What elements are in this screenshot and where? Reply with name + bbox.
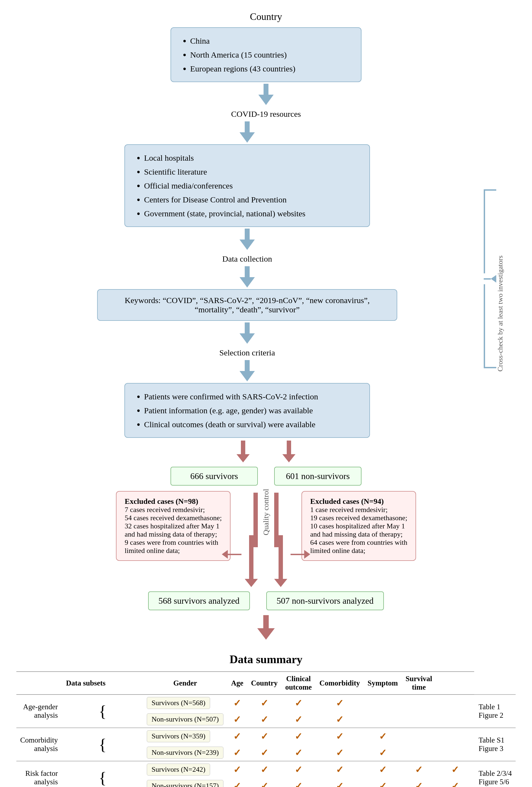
big-arrow-head [257, 628, 275, 640]
split-row-1: 666 survivors 601 non-survivors [16, 467, 516, 486]
th-comorbidity: Comorbidity [316, 672, 364, 695]
sel-2: Patient information (e.g. age, gender) w… [144, 403, 359, 417]
data-collection-label: Data collection [222, 254, 272, 263]
checkmark-icon: ✓ [295, 715, 302, 725]
checkmark-icon: ✓ [260, 698, 268, 708]
group-ref: Table 1Figure 2 [474, 695, 516, 728]
checkmark-icon: ✓ [260, 731, 268, 741]
arrow-head-6 [239, 371, 255, 381]
cell-clinical_outcome: ✓ [316, 695, 364, 711]
th-survival-time: Survival time [402, 672, 436, 695]
excluded-right-line-4: and had missing data of therapy; [310, 530, 407, 538]
group-label: Comorbidityanalysis [16, 728, 62, 761]
th-empty-left [16, 672, 62, 695]
checkmark-icon: ✓ [233, 715, 241, 725]
checkmark-icon: ✓ [336, 715, 343, 725]
th-country: Country [247, 672, 281, 695]
arrow-head-3 [239, 239, 255, 250]
excluded-right-box: Excluded cases (N=94) 1 case received re… [301, 491, 416, 561]
group-label: Age-genderanalysis [16, 695, 62, 728]
cell-comorbidity [364, 695, 402, 711]
bracket-bottom-h [484, 367, 496, 368]
subset-box: Survivors (N=242) [147, 764, 210, 775]
th-empty-right [436, 672, 474, 695]
excluded-left-line-4: and had missing data of therapy; [125, 530, 222, 538]
excluded-left-container: Excluded cases (N=98) 7 cases received r… [83, 491, 231, 559]
pink-head-qc-l2 [245, 579, 258, 587]
pink-head-l1 [236, 454, 250, 462]
checkmark-icon: ✓ [295, 765, 302, 775]
pink-arrow-qc-left-2 [245, 535, 258, 587]
cell-symptom [402, 744, 436, 761]
country-item-1: China [190, 34, 350, 48]
checkmark-icon: ✓ [233, 748, 241, 758]
subset-cell: Survivors (N=242) [143, 761, 227, 778]
excluded-right-title: Excluded cases (N=94) [310, 497, 407, 506]
excluded-left-line-2: 54 cases received dexamethasone; [125, 514, 222, 522]
checkmark-icon: ✓ [260, 781, 268, 787]
checkmark-icon: ✓ [233, 731, 241, 741]
cell-country: ✓ [281, 744, 315, 761]
cell-age: ✓ [247, 695, 281, 711]
excluded-left-line-1: 7 cases received remdesivir; [125, 506, 222, 514]
covid-resources-label: COVID-19 resources [231, 109, 301, 119]
subset-cell: Non-survivors (N=507) [143, 711, 227, 728]
cross-check-bracket: Cross-check by at least two investigator… [479, 186, 512, 371]
nonsurvivors-507-box: 507 non-survivors analyzed [266, 591, 384, 610]
arrow-stem-4 [245, 266, 250, 277]
pink-arrows-1 [236, 441, 296, 462]
nonsurvivors-601-box: 601 non-survivors [274, 467, 361, 486]
right-h-arrow-line [291, 554, 304, 555]
data-summary-title: Data summary [16, 653, 516, 666]
cell-clinical_outcome: ✓ [316, 711, 364, 728]
cell-comorbidity: ✓ [364, 778, 402, 787]
excluded-right-line-6: limited online data; [310, 547, 407, 555]
survivors-666-box: 666 survivors [171, 467, 258, 486]
bracket-vert-bottom [484, 284, 485, 367]
checkmark-icon: ✓ [379, 781, 387, 787]
right-horiz-arrow [291, 550, 310, 559]
checkmark-icon: ✓ [295, 748, 302, 758]
cell-age: ✓ [247, 744, 281, 761]
excluded-left-title: Excluded cases (N=98) [125, 497, 222, 506]
brace-cell: { [62, 761, 143, 787]
bracket-lines [484, 186, 496, 371]
checkmark-icon: ✓ [295, 698, 302, 708]
covid-res-4: Centers for Disease Control and Preventi… [144, 193, 359, 207]
sel-3: Clinical outcomes (death or survival) we… [144, 417, 359, 431]
cell-comorbidity: ✓ [364, 761, 402, 778]
checkmark-icon: ✓ [451, 781, 459, 787]
bracket-mid-line [484, 278, 491, 280]
qc-center: Quality control [231, 491, 301, 589]
covid-res-1: Local hospitals [144, 151, 359, 165]
bracket-structure: Cross-check by at least two investigator… [484, 186, 507, 371]
excluded-right-line-5: 64 cases were from countries with [310, 538, 407, 547]
cell-survival_time [436, 728, 474, 744]
excluded-right-container: Excluded cases (N=94) 1 case received re… [301, 491, 449, 559]
keywords-box: Keywords: “COVID”, “SARS-CoV-2”, “2019-n… [97, 289, 397, 321]
checkmark-icon: ✓ [336, 731, 343, 741]
country-list: China North America (15 countries) Europ… [182, 34, 350, 76]
checkmark-icon: ✓ [379, 748, 387, 758]
cell-symptom: ✓ [402, 761, 436, 778]
cell-survival_time [436, 744, 474, 761]
checkmark-icon: ✓ [415, 765, 423, 775]
arrow-stem-3 [245, 229, 250, 239]
table-row: Age-genderanalysis{Survivors (N=568)✓✓✓✓… [16, 695, 516, 711]
cross-check-text: Cross-check by at least two investigator… [496, 186, 507, 371]
arrow-5 [239, 322, 255, 344]
cell-comorbidity: ✓ [364, 728, 402, 744]
subset-box: Non-survivors (N=239) [147, 747, 223, 759]
big-arrow-down [257, 615, 275, 640]
th-gender: Gender [143, 672, 227, 695]
subset-cell: Non-survivors (N=239) [143, 744, 227, 761]
covid-resources-box: Local hospitals Scientific literature Of… [124, 144, 370, 227]
pink-head-r1 [282, 454, 296, 462]
cell-symptom: ✓ [402, 778, 436, 787]
table-header-row: Data subsets Gender Age Country Clinical… [16, 672, 516, 695]
covid-res-2: Scientific literature [144, 165, 359, 179]
table-row: Risk factoranalysis{Survivors (N=242)✓✓✓… [16, 761, 516, 778]
checkmark-icon: ✓ [295, 731, 302, 741]
bracket-mid-arrow [484, 273, 496, 284]
subset-cell: Survivors (N=568) [143, 695, 227, 711]
